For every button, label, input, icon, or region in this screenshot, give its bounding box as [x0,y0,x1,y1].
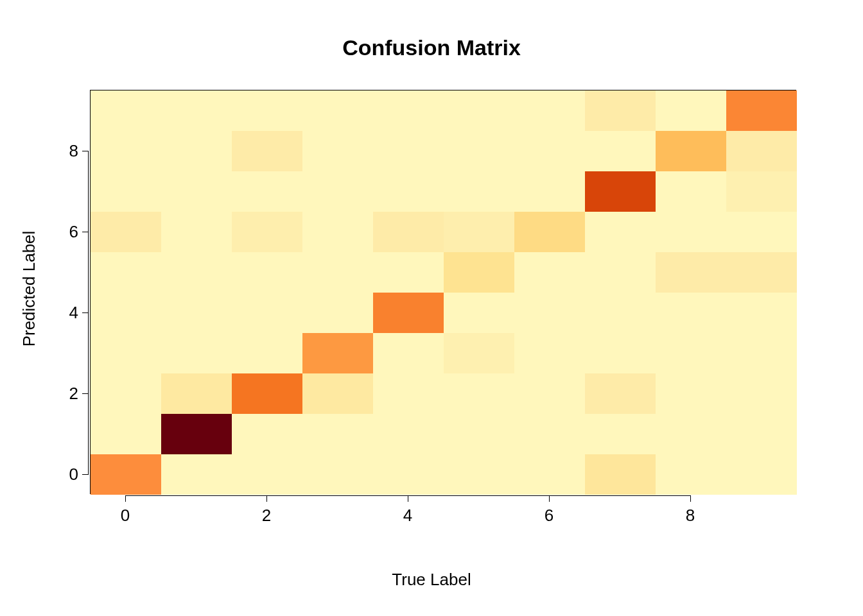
heatmap-cell [514,454,585,495]
heatmap-cell [585,414,656,454]
heatmap-cell [514,333,585,373]
heatmap-cell [373,252,444,293]
heatmap-cell [161,131,232,171]
heatmap-cell [232,454,302,495]
heatmap-cell [302,333,373,373]
heatmap-cell [656,333,726,373]
heatmap-cell [656,293,726,333]
heatmap-cell [514,171,585,212]
heatmap-cell [302,90,373,131]
heatmap-cell [373,131,444,171]
heatmap-cell [514,212,585,252]
heatmap-cell [91,212,161,252]
heatmap-cell [232,373,302,414]
heatmap-cell [656,373,726,414]
heatmap-cell [726,90,797,131]
heatmap-cell [726,333,797,373]
heatmap-cell [161,252,232,293]
heatmap-cell [302,454,373,495]
heatmap-cell [585,373,656,414]
heatmap-cell [373,333,444,373]
y-axis-label: Predicted Label [19,231,39,347]
heatmap-cell [585,171,656,212]
heatmap-cell [232,414,302,454]
heatmap-cell [91,131,161,171]
heatmap-cell [302,171,373,212]
heatmap-cell [444,373,514,414]
heatmap-cell [91,414,161,454]
x-tick-label: 2 [262,506,271,526]
heatmap-cell [514,373,585,414]
heatmap-cell [161,373,232,414]
heatmap-cell [585,252,656,293]
heatmap-cell [656,131,726,171]
x-tick [266,495,267,502]
heatmap-cell [656,414,726,454]
y-tick-label: 8 [60,141,78,160]
heatmap-cell [302,373,373,414]
heatmap-cell [232,90,302,131]
heatmap-cell [302,131,373,171]
heatmap-cell [585,90,656,131]
heatmap-cell [161,333,232,373]
heatmap-cell [91,90,161,131]
heatmap-cell [161,414,232,454]
x-tick-label: 8 [686,506,695,526]
heatmap-cell [373,171,444,212]
x-tick [690,495,691,502]
chart-title: Confusion Matrix [0,35,863,60]
x-axis-label: True Label [0,570,863,590]
heatmap-cell [444,293,514,333]
heatmap-cell [726,171,797,212]
heatmap-cell [726,373,797,414]
heatmap-cell [726,131,797,171]
heatmap-cell [302,414,373,454]
heatmap-cell [656,171,726,212]
heatmap-cell [444,252,514,293]
heatmap-cell [161,171,232,212]
heatmap-cell [726,414,797,454]
heatmap-cell [726,293,797,333]
heatmap-cell [514,131,585,171]
heatmap-cell [585,131,656,171]
y-tick-label: 2 [60,383,78,403]
heatmap-cell [444,212,514,252]
heatmap-cell [91,293,161,333]
heatmap-cell [91,454,161,495]
heatmap-cell [91,333,161,373]
heatmap-cell [444,454,514,495]
heatmap-cell [232,131,302,171]
heatmap-cell [161,454,232,495]
heatmap-cell [514,293,585,333]
x-tick-label: 6 [545,506,554,526]
heatmap-cell [373,293,444,333]
y-tick [82,232,89,232]
heatmap-cell [373,90,444,131]
heatmap-cell [726,212,797,252]
heatmap-cell [373,454,444,495]
y-tick-label: 0 [60,464,78,484]
heatmap-cell [373,414,444,454]
heatmap-cell [161,212,232,252]
y-tick-label: 6 [60,221,78,241]
x-tick-label: 4 [403,506,412,526]
heatmap-cell [444,414,514,454]
heatmap-cell [726,454,797,495]
heatmap-cell [444,131,514,171]
y-tick-label: 4 [60,302,78,322]
heatmap-plot-area [90,90,796,494]
heatmap-cell [656,454,726,495]
x-tick [408,495,408,502]
heatmap-cell [91,252,161,293]
chart-stage: Confusion Matrix Predicted Label True La… [0,0,863,616]
heatmap-cell [585,212,656,252]
heatmap-cell [232,293,302,333]
y-tick [82,312,89,313]
heatmap-cell [656,212,726,252]
y-tick [82,474,89,475]
heatmap-cell [514,90,585,131]
heatmap-cell [302,252,373,293]
heatmap-cell [232,171,302,212]
heatmap-cell [585,333,656,373]
heatmap-cell [302,212,373,252]
